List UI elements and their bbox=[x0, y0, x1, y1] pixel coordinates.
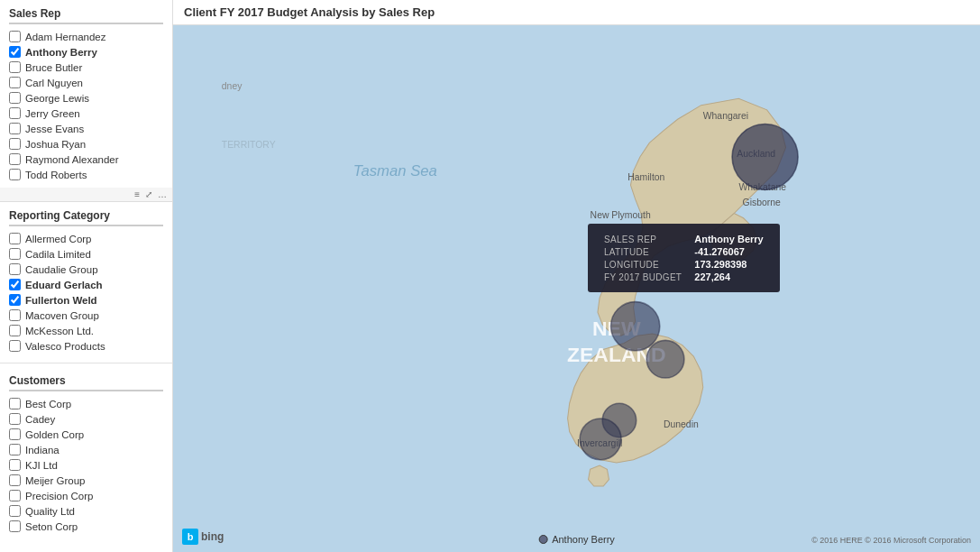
svg-text:Gisborne: Gisborne bbox=[743, 198, 781, 207]
panel-scroll-header: ≡ ⤢ … bbox=[0, 188, 172, 202]
svg-text:Hamilton: Hamilton bbox=[627, 172, 664, 182]
tooltip-row-3: FY 2017 BUDGET227,264 bbox=[600, 271, 767, 283]
checkbox-sales-rep-1[interactable] bbox=[9, 46, 21, 58]
filter-item-reporting-cat-4[interactable]: Fullerton Weld bbox=[9, 292, 163, 308]
checkbox-reporting-cat-6[interactable] bbox=[9, 325, 21, 336]
label-sales-rep-7: Joshua Ryan bbox=[25, 139, 86, 150]
label-sales-rep-2: Bruce Butler bbox=[25, 62, 82, 73]
label-reporting-cat-3: Eduard Gerlach bbox=[25, 280, 103, 290]
filter-item-sales-rep-7[interactable]: Joshua Ryan bbox=[9, 136, 163, 152]
checkbox-customers-5[interactable] bbox=[9, 474, 21, 486]
label-sales-rep-0: Adam Hernandez bbox=[25, 32, 106, 42]
checkbox-reporting-cat-4[interactable] bbox=[9, 294, 21, 306]
checkbox-reporting-cat-3[interactable] bbox=[9, 279, 21, 290]
label-reporting-cat-7: Valesco Products bbox=[25, 341, 105, 352]
label-reporting-cat-6: McKesson Ltd. bbox=[25, 326, 94, 336]
tooltip-value-3: 227,264 bbox=[691, 271, 766, 283]
svg-point-16 bbox=[646, 340, 684, 378]
checkbox-sales-rep-5[interactable] bbox=[9, 107, 21, 119]
filter-item-customers-5[interactable]: Meijer Group bbox=[9, 473, 163, 488]
sales-rep-section: Sales Rep Adam HernandezAnthony BerryBru… bbox=[0, 0, 172, 188]
map-copyright: © 2016 HERE © 2016 Microsoft Corporation bbox=[811, 536, 971, 545]
filter-item-sales-rep-8[interactable]: Raymond Alexander bbox=[9, 152, 163, 167]
filter-item-customers-4[interactable]: KJI Ltd bbox=[9, 457, 163, 473]
label-sales-rep-4: George Lewis bbox=[25, 93, 89, 104]
label-customers-2: Golden Corp bbox=[25, 429, 84, 440]
svg-rect-0 bbox=[173, 25, 980, 552]
filter-item-reporting-cat-2[interactable]: Caudalie Group bbox=[9, 262, 163, 277]
filter-item-reporting-cat-0[interactable]: Allermed Corp bbox=[9, 231, 163, 246]
svg-text:New Plymouth: New Plymouth bbox=[591, 210, 651, 220]
label-customers-1: Cadey bbox=[25, 414, 55, 425]
filter-item-reporting-cat-7[interactable]: Valesco Products bbox=[9, 338, 163, 354]
checkbox-reporting-cat-5[interactable] bbox=[9, 309, 21, 321]
svg-point-15 bbox=[611, 302, 660, 351]
checkbox-reporting-cat-7[interactable] bbox=[9, 340, 21, 352]
sales-rep-title: Sales Rep bbox=[9, 7, 163, 24]
svg-text:Tasman Sea: Tasman Sea bbox=[353, 162, 437, 179]
checkbox-customers-6[interactable] bbox=[9, 490, 21, 501]
label-customers-6: Precision Corp bbox=[25, 491, 93, 501]
checkbox-customers-2[interactable] bbox=[9, 428, 21, 440]
expand-icon[interactable]: ⤢ bbox=[145, 189, 152, 199]
checkbox-sales-rep-4[interactable] bbox=[9, 92, 21, 104]
checkbox-customers-1[interactable] bbox=[9, 413, 21, 425]
checkbox-reporting-cat-2[interactable] bbox=[9, 263, 21, 275]
bing-icon: b bbox=[182, 529, 198, 545]
filter-item-sales-rep-4[interactable]: George Lewis bbox=[9, 90, 163, 106]
reporting-category-list: Allermed CorpCadila LimitedCaudalie Grou… bbox=[9, 231, 163, 354]
checkbox-sales-rep-7[interactable] bbox=[9, 138, 21, 150]
map-legend: Anthony Berry bbox=[538, 534, 615, 545]
main-area: Client FY 2017 Budget Analysis by Sales … bbox=[173, 0, 980, 552]
filter-item-sales-rep-6[interactable]: Jesse Evans bbox=[9, 121, 163, 136]
filter-item-sales-rep-1[interactable]: Anthony Berry bbox=[9, 44, 163, 60]
filter-item-customers-3[interactable]: Indiana bbox=[9, 442, 163, 457]
filter-item-customers-2[interactable]: Golden Corp bbox=[9, 427, 163, 442]
checkbox-customers-3[interactable] bbox=[9, 444, 21, 455]
checkbox-customers-0[interactable] bbox=[9, 398, 21, 409]
tooltip-row-0: SALES REPAnthony Berry bbox=[600, 233, 767, 245]
panel-icons: ≡ ⤢ … bbox=[134, 189, 167, 199]
more-icon[interactable]: … bbox=[158, 189, 167, 199]
filter-item-sales-rep-9[interactable]: Todd Roberts bbox=[9, 167, 163, 182]
customers-title: Customers bbox=[9, 374, 163, 391]
tooltip-value-2: 173.298398 bbox=[691, 258, 766, 271]
map-svg: Tasman Sea TERRITORY dney Whangarei Auck… bbox=[173, 25, 980, 552]
reporting-category-section: Reporting Category Allermed CorpCadila L… bbox=[0, 202, 172, 359]
filter-item-reporting-cat-6[interactable]: McKesson Ltd. bbox=[9, 323, 163, 338]
checkbox-customers-8[interactable] bbox=[9, 520, 21, 532]
filter-item-sales-rep-2[interactable]: Bruce Butler bbox=[9, 60, 163, 75]
label-customers-8: Seton Corp bbox=[25, 521, 78, 532]
filter-item-sales-rep-5[interactable]: Jerry Green bbox=[9, 106, 163, 121]
filter-item-customers-1[interactable]: Cadey bbox=[9, 411, 163, 427]
label-sales-rep-3: Carl Nguyen bbox=[25, 78, 83, 88]
checkbox-customers-7[interactable] bbox=[9, 505, 21, 517]
tooltip-value-0: Anthony Berry bbox=[691, 233, 766, 245]
filter-item-reporting-cat-5[interactable]: Macoven Group bbox=[9, 308, 163, 323]
checkbox-reporting-cat-1[interactable] bbox=[9, 248, 21, 260]
checkbox-sales-rep-8[interactable] bbox=[9, 153, 21, 165]
label-customers-7: Quality Ltd bbox=[25, 506, 75, 517]
tooltip-row-1: LATITUDE-41.276067 bbox=[600, 245, 767, 258]
checkbox-sales-rep-3[interactable] bbox=[9, 77, 21, 88]
filter-item-customers-7[interactable]: Quality Ltd bbox=[9, 503, 163, 519]
filter-item-customers-0[interactable]: Best Corp bbox=[9, 396, 163, 411]
scroll-icon: ≡ bbox=[134, 189, 140, 199]
label-sales-rep-8: Raymond Alexander bbox=[25, 154, 119, 165]
filter-item-sales-rep-3[interactable]: Carl Nguyen bbox=[9, 75, 163, 90]
checkbox-reporting-cat-0[interactable] bbox=[9, 233, 21, 244]
checkbox-sales-rep-9[interactable] bbox=[9, 169, 21, 180]
checkbox-sales-rep-6[interactable] bbox=[9, 123, 21, 134]
filter-item-customers-6[interactable]: Precision Corp bbox=[9, 488, 163, 503]
svg-text:Dunedin: Dunedin bbox=[664, 419, 699, 429]
filter-item-reporting-cat-3[interactable]: Eduard Gerlach bbox=[9, 277, 163, 292]
label-customers-5: Meijer Group bbox=[25, 475, 85, 486]
checkbox-customers-4[interactable] bbox=[9, 459, 21, 471]
filter-item-customers-8[interactable]: Seton Corp bbox=[9, 519, 163, 534]
checkbox-sales-rep-0[interactable] bbox=[9, 31, 21, 42]
filter-item-sales-rep-0[interactable]: Adam Hernandez bbox=[9, 29, 163, 44]
svg-text:TERRITORY: TERRITORY bbox=[222, 140, 276, 150]
svg-point-18 bbox=[580, 419, 621, 460]
filter-item-reporting-cat-1[interactable]: Cadila Limited bbox=[9, 246, 163, 262]
checkbox-sales-rep-2[interactable] bbox=[9, 61, 21, 73]
